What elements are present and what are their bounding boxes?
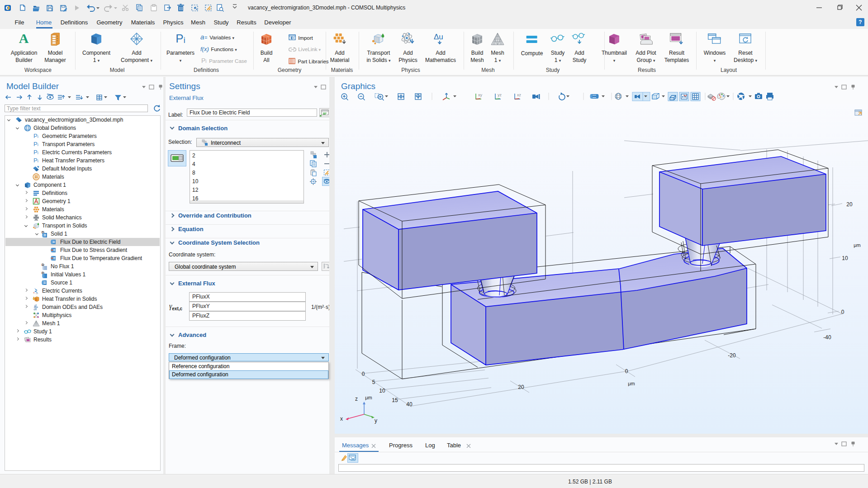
svg-text:μm: μm: [365, 395, 372, 400]
svg-text:20: 20: [518, 384, 524, 390]
svg-text:yz: yz: [498, 93, 502, 97]
svg-text:Pi: Pi: [175, 32, 185, 45]
svg-text:μm: μm: [628, 381, 635, 386]
svg-text:μm: μm: [854, 242, 861, 248]
svg-text:-20: -20: [728, 352, 736, 359]
svg-text:10: 10: [379, 388, 385, 394]
svg-text:15: 15: [392, 397, 398, 403]
svg-text:f(x): f(x): [200, 46, 209, 52]
svg-text:10: 10: [842, 255, 848, 261]
svg-text:A: A: [19, 32, 29, 46]
svg-text:40: 40: [406, 401, 413, 407]
svg-text:=: =: [204, 35, 207, 40]
svg-text:20: 20: [846, 201, 853, 208]
svg-text:x: x: [340, 416, 343, 422]
svg-text:0: 0: [841, 309, 844, 315]
svg-text:Pi: Pi: [201, 57, 207, 64]
svg-text:xz: xz: [517, 93, 522, 97]
svg-text:z: z: [355, 396, 358, 402]
svg-text:Δu: Δu: [434, 33, 443, 41]
svg-text:xy: xy: [478, 93, 483, 97]
svg-text:a: a: [200, 34, 204, 41]
svg-text:y: y: [375, 417, 377, 424]
svg-text:0: 0: [362, 371, 365, 377]
svg-text:0: 0: [625, 368, 628, 374]
svg-text:-40: -40: [823, 334, 831, 341]
svg-text:5: 5: [372, 379, 375, 385]
